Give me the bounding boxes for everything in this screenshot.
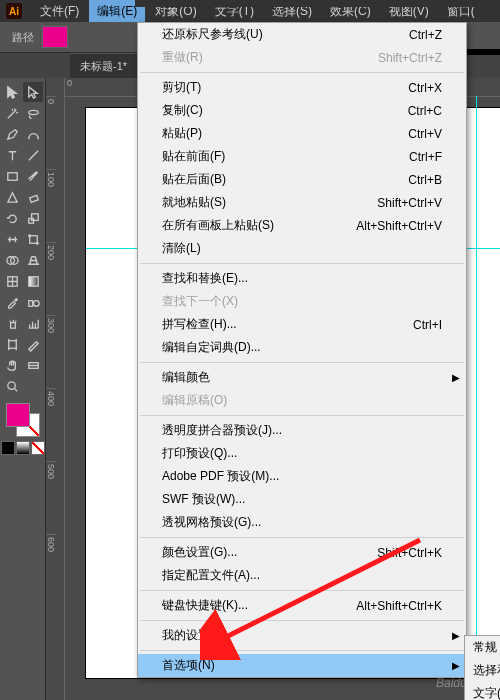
menu-item[interactable]: 贴在前面(F)Ctrl+F [138,145,466,168]
graph-tool-icon[interactable] [23,313,43,333]
menu-item[interactable]: 首选项(N)▶ [138,654,466,677]
menu-item[interactable]: 编辑颜色▶ [138,366,466,389]
eyedropper-tool-icon[interactable] [2,292,22,312]
menu-item[interactable]: 还原标尺参考线(U)Ctrl+Z [138,23,466,46]
menu-item[interactable]: 颜色设置(G)...Shift+Ctrl+K [138,541,466,564]
paintbrush-tool-icon[interactable] [23,166,43,186]
menu-item[interactable]: 复制(C)Ctrl+C [138,99,466,122]
menu-item[interactable]: 拼写检查(H)...Ctrl+I [138,313,466,336]
menu-item[interactable]: 清除(L) [138,237,466,260]
menu-item[interactable]: 透明度拼合器预设(J)... [138,419,466,442]
mesh-tool-icon[interactable] [2,271,22,291]
svg-point-12 [33,300,39,306]
path-label: 路径 [12,30,34,45]
window-edge [135,0,500,7]
menu-item[interactable]: 指定配置文件(A)... [138,564,466,587]
menu-item[interactable]: 粘贴(P)Ctrl+V [138,122,466,145]
submenu-item[interactable]: 常规 [465,636,500,659]
document-tab[interactable]: 未标题-1* [70,53,137,79]
svg-rect-3 [31,213,38,220]
svg-rect-0 [7,172,16,180]
submenu-item[interactable]: 文字( [465,682,500,700]
free-transform-icon[interactable] [23,229,43,249]
menu-item[interactable]: 透视网格预设(G)... [138,511,466,534]
gradient-tool-icon[interactable] [23,271,43,291]
empty-tool [23,376,43,396]
svg-rect-14 [8,340,16,348]
line-tool-icon[interactable] [23,145,43,165]
menu-item[interactable]: Adobe PDF 预设(M)... [138,465,466,488]
svg-rect-13 [10,322,15,328]
ruler-guide-v[interactable] [476,96,477,700]
color-mode-icons[interactable] [1,441,45,455]
print-tiling-icon[interactable] [23,355,43,375]
shaper-tool-icon[interactable] [2,187,22,207]
menu-item[interactable]: 键盘快捷键(K)...Alt+Shift+Ctrl+K [138,594,466,617]
menu-item: 查找下一个(X) [138,290,466,313]
shape-builder-icon[interactable] [2,250,22,270]
symbol-sprayer-icon[interactable] [2,313,22,333]
magic-wand-icon[interactable] [2,103,22,123]
lasso-tool-icon[interactable] [23,103,43,123]
menu-item[interactable]: 我的设置▶ [138,624,466,647]
menu-item[interactable]: SWF 预设(W)... [138,488,466,511]
menu-0[interactable]: 文件(F) [32,0,87,23]
artboard-tool-icon[interactable] [2,334,22,354]
menu-item[interactable]: 剪切(T)Ctrl+X [138,76,466,99]
menu-item: 编辑原稿(O) [138,389,466,412]
blend-tool-icon[interactable] [23,292,43,312]
svg-rect-1 [29,195,38,202]
rectangle-tool-icon[interactable] [2,166,22,186]
menu-item[interactable]: 查找和替换(E)... [138,267,466,290]
color-mode-none-icon[interactable] [31,441,45,455]
eraser-tool-icon[interactable] [23,187,43,207]
preferences-submenu: 常规选择和文字( [464,635,500,700]
color-mode-gradient-icon[interactable] [16,441,30,455]
menu-item[interactable]: 贴在后面(B)Ctrl+B [138,168,466,191]
menu-item[interactable]: 打印预设(Q)... [138,442,466,465]
scale-tool-icon[interactable] [23,208,43,228]
color-mode-solid-icon[interactable] [1,441,15,455]
slice-tool-icon[interactable] [23,334,43,354]
hand-tool-icon[interactable] [2,355,22,375]
app-logo: Ai [6,3,22,19]
svg-rect-10 [28,276,37,285]
direct-selection-tool-icon[interactable] [23,82,43,102]
width-tool-icon[interactable] [2,229,22,249]
ruler-vertical[interactable]: 0100200300400500600 [46,96,65,700]
rotate-tool-icon[interactable] [2,208,22,228]
menu-item: 重做(R)Shift+Ctrl+Z [138,46,466,69]
fill-swatch-icon[interactable] [6,403,30,427]
perspective-grid-icon[interactable] [23,250,43,270]
menu-item[interactable]: 就地粘贴(S)Shift+Ctrl+V [138,191,466,214]
menu-item[interactable]: 编辑自定词典(D)... [138,336,466,359]
svg-point-16 [7,381,15,389]
menu-item[interactable]: 在所有画板上粘贴(S)Alt+Shift+Ctrl+V [138,214,466,237]
fill-stroke-swatches[interactable] [6,403,40,437]
fill-swatch[interactable] [42,26,68,48]
type-tool-icon[interactable] [2,145,22,165]
curvature-tool-icon[interactable] [23,124,43,144]
submenu-item[interactable]: 选择和 [465,659,500,682]
svg-rect-11 [28,300,32,306]
pen-tool-icon[interactable] [2,124,22,144]
selection-tool-icon[interactable] [2,82,22,102]
tools-panel [0,78,46,700]
edit-menu-dropdown: 还原标尺参考线(U)Ctrl+Z重做(R)Shift+Ctrl+Z剪切(T)Ct… [137,22,467,678]
zoom-tool-icon[interactable] [2,376,22,396]
